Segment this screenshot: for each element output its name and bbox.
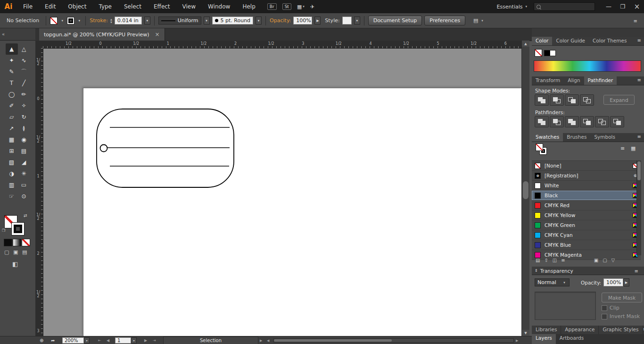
make-mask-button[interactable]: Make Mask <box>602 293 642 302</box>
menu-window[interactable]: Window <box>202 0 236 13</box>
search-box[interactable] <box>534 2 595 11</box>
collapse-dock-icon[interactable]: « <box>2 32 5 37</box>
vertical-scrollbar-thumb[interactable] <box>523 181 528 199</box>
new-color-group-icon[interactable]: ▣ <box>594 258 598 263</box>
add-to-library-icon[interactable]: ⇧ <box>544 258 548 263</box>
swap-fill-stroke-icon[interactable]: ⇄ <box>24 213 27 218</box>
pathfinder-panel-menu-icon[interactable]: ≡ <box>637 76 644 85</box>
width-tool[interactable]: ≬ <box>18 123 30 134</box>
list-view-icon[interactable]: ≡ <box>620 145 625 151</box>
style-dropdown-icon[interactable]: ▾ <box>354 17 360 25</box>
swatch-row[interactable]: ⊕[Registration]⊕ <box>532 171 641 181</box>
first-artboard-icon[interactable]: ⇤ <box>98 336 101 344</box>
blend-tool[interactable]: ◑ <box>6 168 18 179</box>
magic-wand-tool[interactable]: ✦ <box>6 55 18 66</box>
fill-color-swatch[interactable] <box>50 17 58 25</box>
transparency-opacity-spinner-icon[interactable]: ▶ <box>623 278 629 286</box>
grid-view-icon[interactable]: ▦ <box>631 145 636 151</box>
pen-tool[interactable]: ✎ <box>6 66 18 77</box>
perspective-grid-tool[interactable]: ⊞ <box>6 145 18 157</box>
outline-button[interactable] <box>595 116 609 127</box>
column-graph-tool[interactable]: ▥ <box>6 179 18 191</box>
merge-button[interactable] <box>565 116 579 127</box>
swatch-list-scrollbar[interactable] <box>636 160 641 255</box>
show-swatch-kinds-icon[interactable]: ◫ <box>553 258 557 263</box>
tab-close-icon[interactable]: × <box>155 31 160 38</box>
tab-align[interactable]: Align <box>564 76 584 85</box>
vertical-scrollbar[interactable]: ▲ ▼ <box>521 41 529 336</box>
swatch-libraries-icon[interactable]: ▤ <box>536 258 540 263</box>
ellipse-tool[interactable]: ◯ <box>6 89 18 100</box>
scroll-up-icon[interactable]: ▲ <box>522 41 529 47</box>
direct-selection-tool[interactable]: △ <box>18 43 30 55</box>
clip-checkbox-row[interactable]: Clip <box>602 305 619 311</box>
menu-edit[interactable]: Edit <box>39 0 62 13</box>
transparency-panel-menu-icon[interactable]: ≡ <box>635 268 641 274</box>
color-white-swatch[interactable] <box>550 50 556 56</box>
stroke-dropdown-icon[interactable]: ▾ <box>77 19 82 23</box>
status-expand-icon[interactable]: ▶ <box>260 336 262 344</box>
width-profile-dropdown-icon[interactable]: ▾ <box>204 17 210 25</box>
color-none-swatch[interactable] <box>535 49 542 57</box>
scroll-down-icon[interactable]: ▼ <box>522 330 529 336</box>
screen-mode-icon[interactable]: ◧ <box>12 260 18 268</box>
minimize-button[interactable]: — <box>602 0 616 13</box>
opacity-spinner-icon[interactable]: ▶ <box>314 17 321 25</box>
shape-builder-tool[interactable]: ◉ <box>18 134 30 145</box>
stroke-weight-input[interactable]: 0.014 in <box>115 17 142 25</box>
stroke-swatch[interactable] <box>11 222 25 235</box>
horizontal-scrollbar-thumb[interactable] <box>274 339 392 342</box>
tab-color-themes[interactable]: Color Themes <box>589 37 630 45</box>
menu-select[interactable]: Select <box>118 0 148 13</box>
swatch-row[interactable]: Black <box>532 191 641 201</box>
stroke-weight-stepper[interactable]: ▲ ▼ <box>110 18 112 24</box>
rotate-tool[interactable]: ↻ <box>18 111 30 123</box>
stock-button[interactable]: St <box>282 3 291 10</box>
stroke-weight-dropdown-icon[interactable]: ▾ <box>144 17 150 25</box>
width-profile-select[interactable]: Uniform <box>158 17 201 25</box>
swatch-row[interactable]: CMYK Yellow <box>532 210 641 220</box>
swatch-row[interactable]: CMYK Cyan <box>532 230 641 240</box>
color-panel-menu-icon[interactable]: ≡ <box>637 37 644 45</box>
zoom-tool[interactable]: ⊙ <box>18 191 30 202</box>
restore-button[interactable]: ❐ <box>616 0 630 13</box>
menu-file[interactable]: File <box>17 0 39 13</box>
tab-color-guide[interactable]: Color Guide <box>552 37 589 45</box>
clip-checkbox[interactable] <box>602 305 607 311</box>
swatch-row[interactable]: CMYK Red <box>532 201 641 210</box>
document-tab[interactable]: topgun.ai* @ 200% (CMYK/GPU Preview) × <box>39 28 165 41</box>
tag-hole-circle[interactable] <box>100 145 107 152</box>
search-input[interactable] <box>543 4 587 10</box>
selection-tool[interactable]: ▲ <box>6 43 18 55</box>
last-artboard-icon[interactable]: ⇥ <box>153 336 156 344</box>
swatches-panel-menu-icon[interactable]: ≡ <box>637 133 644 142</box>
next-artboard-icon[interactable]: ▶ <box>144 336 147 344</box>
arrange-documents-dropdown-icon[interactable]: ▾ <box>303 5 305 8</box>
draw-normal-icon[interactable]: ▢ <box>4 249 9 255</box>
type-tool[interactable]: T <box>6 77 18 89</box>
previous-artboard-icon[interactable]: ◀ <box>107 336 109 344</box>
invert-mask-checkbox[interactable] <box>602 314 607 319</box>
opacity-label[interactable]: Opacity: <box>270 17 291 24</box>
transparency-header[interactable]: ⇕ Transparency ≡ <box>532 267 644 275</box>
divide-button[interactable] <box>535 116 549 127</box>
fill-dropdown-icon[interactable]: ▾ <box>60 19 65 23</box>
artboard-tool[interactable]: ▭ <box>18 179 30 191</box>
menu-type[interactable]: Type <box>92 0 118 13</box>
tab-layers[interactable]: Layers <box>532 334 556 344</box>
opacity-input[interactable]: 100% <box>293 17 312 25</box>
color-mode-button[interactable] <box>4 239 12 246</box>
menu-effect[interactable]: Effect <box>148 0 176 13</box>
minus-back-button[interactable] <box>610 116 624 127</box>
style-swatch[interactable] <box>342 17 352 25</box>
tab-symbols[interactable]: Symbols <box>590 133 619 142</box>
default-fill-stroke-icon[interactable]: ❐ <box>2 228 5 233</box>
menu-object[interactable]: Object <box>62 0 92 13</box>
arrange-documents-icon[interactable]: ▦ <box>297 4 302 10</box>
vertical-ruler[interactable]: 1/201/211/221/23 <box>35 48 43 336</box>
preferences-button[interactable]: Preferences <box>424 16 465 25</box>
swatch-row[interactable]: CMYK Blue <box>532 240 641 250</box>
curvature-tool[interactable]: ⌒ <box>18 66 30 77</box>
trim-button[interactable] <box>550 116 564 127</box>
pencil-tool[interactable]: ✐ <box>6 100 18 111</box>
